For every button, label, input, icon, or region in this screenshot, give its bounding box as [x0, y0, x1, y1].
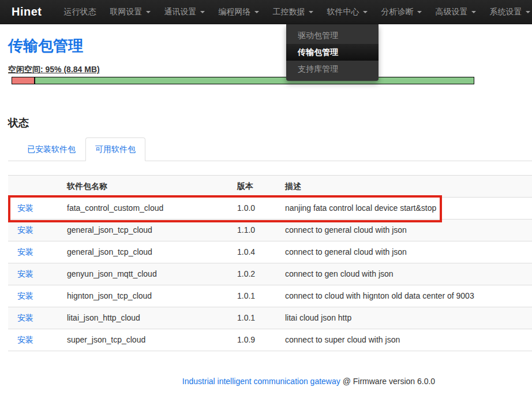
- table-row: 安装 general_json_tcp_cloud 1.1.0 connect …: [8, 220, 532, 241]
- header-description: 描述: [285, 176, 532, 198]
- package-name: general_json_tcp_cloud: [67, 220, 237, 241]
- tab-installed-packages[interactable]: 已安装软件包: [17, 137, 85, 161]
- nav-item-analysis-diagnosis[interactable]: 分析诊断: [374, 0, 429, 24]
- table-row: 安装 litai_json_http_cloud 1.0.1 litai clo…: [8, 307, 532, 329]
- install-button[interactable]: 安装: [17, 269, 33, 278]
- space-bar-free-segment: [35, 77, 474, 84]
- install-button[interactable]: 安装: [17, 203, 33, 213]
- chevron-down-icon: [309, 11, 313, 13]
- package-name: fata_control_custom_cloud: [67, 198, 237, 220]
- package-version: 1.0.1: [237, 285, 285, 307]
- header-install: [8, 176, 67, 198]
- package-name: general_json_tcp_cloud: [67, 241, 237, 263]
- package-table: 软件包名称 版本 描述 安装 fata_control_custom_cloud…: [8, 175, 532, 351]
- package-description: connect to super cloud with json: [285, 329, 532, 351]
- package-description: nanjing fata control local device start&…: [285, 198, 532, 220]
- package-name: super_json_tcp_cloud: [67, 329, 237, 351]
- chevron-down-icon: [200, 11, 205, 13]
- page-title: 传输包管理: [8, 37, 532, 54]
- nav-item-label: 工控数据: [273, 7, 305, 17]
- header-version: 版本: [237, 176, 285, 198]
- package-version: 1.0.0: [237, 198, 285, 220]
- package-version: 1.0.9: [237, 329, 285, 351]
- chevron-down-icon: [417, 11, 422, 13]
- package-version: 1.0.2: [237, 263, 285, 285]
- install-button[interactable]: 安装: [17, 313, 33, 322]
- package-description: connect to general cloud with json: [285, 241, 532, 263]
- nav-item-label: 系统设置: [490, 7, 522, 17]
- package-description: connect to cloud with hignton old data c…: [285, 285, 532, 307]
- nav-item-label: 编程网络: [219, 7, 251, 17]
- nav-item-label: 软件中心: [327, 7, 359, 17]
- install-button[interactable]: 安装: [17, 335, 33, 344]
- top-navbar: Hinet 运行状态 联网设置 通讯设置 编程网络 工控数据 软件中心 分析诊断…: [0, 0, 532, 24]
- chevron-down-icon: [146, 11, 151, 13]
- install-button[interactable]: 安装: [17, 247, 33, 256]
- package-version: 1.0.1: [237, 307, 285, 329]
- nav-item-communication-settings[interactable]: 通讯设置: [158, 0, 212, 24]
- package-version: 1.1.0: [237, 220, 285, 241]
- package-name: genyun_json_mqtt_cloud: [67, 263, 237, 285]
- package-name: litai_json_http_cloud: [67, 307, 237, 329]
- space-bar-used-segment: [12, 77, 35, 84]
- nav-item-software-center[interactable]: 软件中心: [320, 0, 374, 24]
- brand-logo[interactable]: Hinet: [12, 5, 42, 18]
- install-button[interactable]: 安装: [17, 225, 33, 235]
- chevron-down-icon: [254, 11, 259, 13]
- chevron-down-icon: [526, 11, 530, 13]
- package-name: hignton_json_tcp_cloud: [67, 285, 237, 307]
- chevron-down-icon: [363, 11, 368, 13]
- footer-firmware-text: @ Firmware version 6.0.0: [340, 377, 435, 386]
- nav-item-programming-network[interactable]: 编程网络: [212, 0, 266, 24]
- nav-item-label: 运行状态: [64, 7, 96, 17]
- package-tabs: 已安装软件包 可用软件包: [8, 137, 532, 161]
- nav-item-label: 通讯设置: [164, 7, 197, 17]
- package-version: 1.0.4: [237, 241, 285, 263]
- dropdown-item-transfer-package[interactable]: 传输包管理: [286, 44, 379, 61]
- free-space-bar: [12, 77, 474, 84]
- dropdown-item-driver-package[interactable]: 驱动包管理: [286, 27, 379, 44]
- page-content: 传输包管理 空闲空间: 95% (8.84 MB) 状态 已安装软件包 可用软件…: [0, 37, 532, 386]
- dropdown-item-support-library[interactable]: 支持库管理: [286, 61, 379, 77]
- table-row: 安装 hignton_json_tcp_cloud 1.0.1 connect …: [8, 285, 532, 307]
- nav-item-label: 联网设置: [110, 7, 143, 17]
- status-heading: 状态: [8, 117, 532, 129]
- table-row: 安装 fata_control_custom_cloud 1.0.0 nanji…: [8, 198, 532, 220]
- tab-available-packages[interactable]: 可用软件包: [85, 137, 145, 161]
- footer: Industrial intelligent communication gat…: [8, 377, 532, 386]
- nav-item-label: 高级设置: [436, 7, 468, 17]
- install-button[interactable]: 安装: [17, 291, 33, 300]
- header-package-name: 软件包名称: [67, 176, 237, 198]
- table-header-row: 软件包名称 版本 描述: [8, 176, 532, 198]
- free-space-label: 空闲空间: 95% (8.84 MB): [8, 65, 100, 75]
- nav-item-advanced-settings[interactable]: 高级设置: [429, 0, 483, 24]
- package-description: connect to general cloud with json: [285, 220, 532, 241]
- table-row: 安装 super_json_tcp_cloud 1.0.9 connect to…: [8, 329, 532, 351]
- nav-item-network-settings[interactable]: 联网设置: [103, 0, 158, 24]
- software-center-dropdown: 驱动包管理 传输包管理 支持库管理: [286, 24, 379, 81]
- footer-gateway-link[interactable]: Industrial intelligent communication gat…: [182, 377, 340, 386]
- chevron-down-icon: [471, 11, 476, 13]
- package-description: connect to gen cloud with json: [285, 263, 532, 285]
- package-description: litai cloud json http: [285, 307, 532, 329]
- nav-item-label: 分析诊断: [381, 7, 414, 17]
- table-row: 安装 genyun_json_mqtt_cloud 1.0.2 connect …: [8, 263, 532, 285]
- table-row: 安装 general_json_tcp_cloud 1.0.4 connect …: [8, 241, 532, 263]
- nav-item-running-status[interactable]: 运行状态: [57, 0, 103, 24]
- nav-item-industrial-data[interactable]: 工控数据: [266, 0, 320, 24]
- nav-item-system-settings[interactable]: 系统设置: [483, 0, 532, 24]
